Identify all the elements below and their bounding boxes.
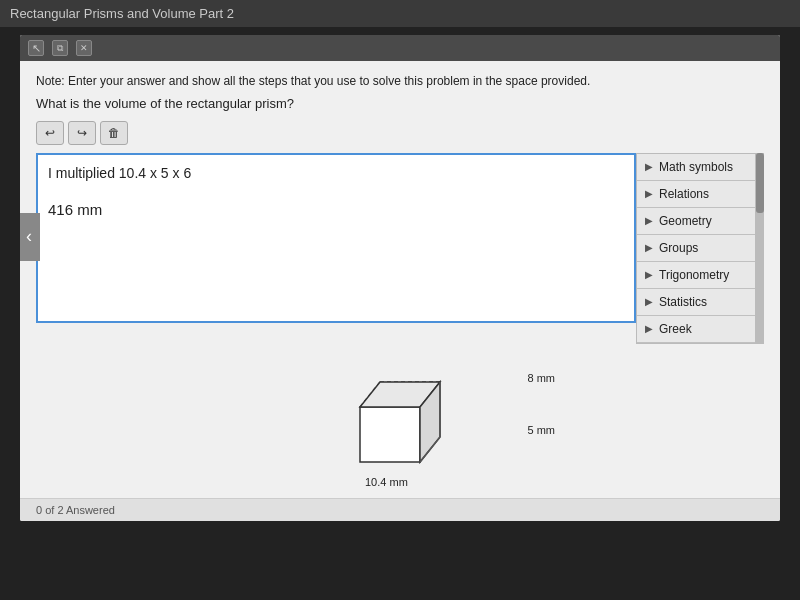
prism-svg	[350, 362, 510, 482]
sidebar-label-groups: Groups	[659, 241, 698, 255]
sidebar-label-trigonometry: Trigonometry	[659, 268, 729, 282]
status-text: 0 of 2 Answered	[36, 504, 115, 516]
app-title-bar: Rectangular Prisms and Volume Part 2	[0, 0, 800, 27]
close-button[interactable]: ✕	[76, 40, 92, 56]
math-sidebar: ▶ Math symbols ▶ Relations ▶ Geometry	[636, 153, 764, 344]
sidebar-label-greek: Greek	[659, 322, 692, 336]
arrow-icon-statistics: ▶	[645, 296, 653, 307]
left-nav-button[interactable]: ‹	[20, 213, 40, 261]
sidebar-item-greek[interactable]: ▶ Greek	[637, 316, 755, 343]
sidebar-list: ▶ Math symbols ▶ Relations ▶ Geometry	[636, 153, 756, 344]
editor-sidebar-container: ‹ I multiplied 10.4 x 5 x 6 416 mm ▶ Mat…	[36, 153, 764, 344]
status-bar: 0 of 2 Answered	[20, 498, 780, 521]
toolbar: ↩ ↪ 🗑	[36, 121, 764, 145]
copy-button[interactable]: ⧉	[52, 40, 68, 56]
sidebar-label-math-symbols: Math symbols	[659, 160, 733, 174]
app-title: Rectangular Prisms and Volume Part 2	[10, 6, 234, 21]
sidebar-scrollbar[interactable]	[756, 153, 764, 344]
arrow-icon-groups: ▶	[645, 242, 653, 253]
svg-marker-3	[360, 407, 420, 462]
editor-line-1: I multiplied 10.4 x 5 x 6	[48, 165, 624, 181]
question-text: What is the volume of the rectangular pr…	[36, 96, 764, 111]
arrow-icon-relations: ▶	[645, 188, 653, 199]
sidebar-item-trigonometry[interactable]: ▶ Trigonometry	[637, 262, 755, 289]
sidebar-label-geometry: Geometry	[659, 214, 712, 228]
sidebar-label-relations: Relations	[659, 187, 709, 201]
cursor-button[interactable]: ↖	[28, 40, 44, 56]
sidebar-item-math-symbols[interactable]: ▶ Math symbols	[637, 154, 755, 181]
sidebar-item-relations[interactable]: ▶ Relations	[637, 181, 755, 208]
inner-window: ↖ ⧉ ✕ Note: Enter your answer and show a…	[20, 35, 780, 521]
sidebar-label-statistics: Statistics	[659, 295, 707, 309]
arrow-icon-geometry: ▶	[645, 215, 653, 226]
note-text: Note: Enter your answer and show all the…	[36, 73, 764, 90]
text-editor[interactable]: I multiplied 10.4 x 5 x 6 416 mm	[36, 153, 636, 323]
editor-line-2: 416 mm	[48, 201, 624, 218]
redo-button[interactable]: ↪	[68, 121, 96, 145]
prism-diagram: 8 mm 5 mm 10.4 mm	[350, 362, 510, 486]
sidebar-scrollbar-thumb[interactable]	[756, 153, 764, 213]
delete-button[interactable]: 🗑	[100, 121, 128, 145]
dimension-bottom-label: 10.4 mm	[365, 476, 408, 488]
page: Rectangular Prisms and Volume Part 2 ↖ ⧉…	[0, 0, 800, 600]
arrow-icon-greek: ▶	[645, 323, 653, 334]
undo-button[interactable]: ↩	[36, 121, 64, 145]
arrow-icon-trigonometry: ▶	[645, 269, 653, 280]
sidebar-item-geometry[interactable]: ▶ Geometry	[637, 208, 755, 235]
sidebar-item-statistics[interactable]: ▶ Statistics	[637, 289, 755, 316]
sidebar-item-groups[interactable]: ▶ Groups	[637, 235, 755, 262]
arrow-icon-math-symbols: ▶	[645, 161, 653, 172]
main-content: Note: Enter your answer and show all the…	[20, 61, 780, 521]
inner-title-bar: ↖ ⧉ ✕	[20, 35, 780, 61]
diagram-area: 8 mm 5 mm 10.4 mm	[36, 354, 764, 486]
dimension-top-label: 8 mm	[528, 372, 556, 384]
dimension-right-label: 5 mm	[528, 424, 556, 436]
